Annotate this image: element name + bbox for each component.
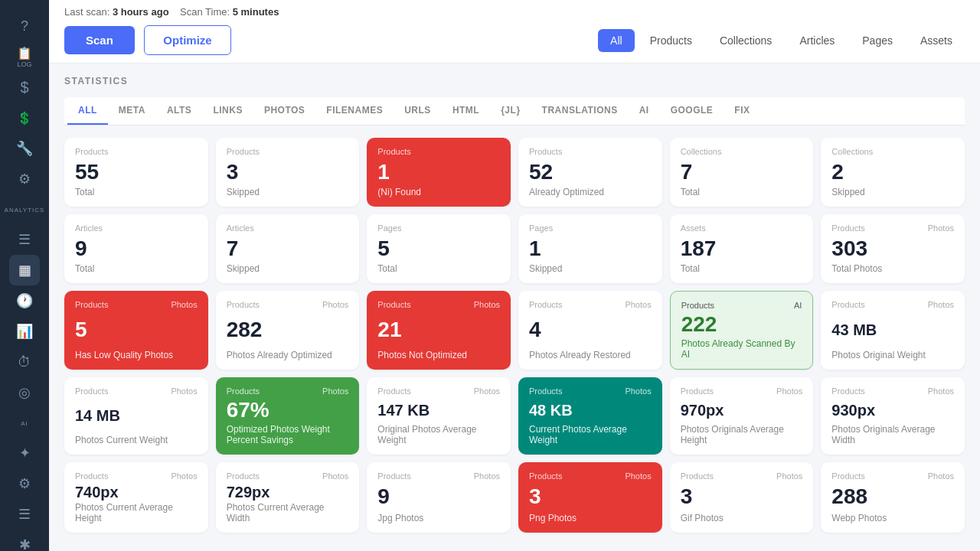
help-icon[interactable]: ? xyxy=(9,11,40,41)
stat-current-avg-weight: ProductsPhotos 48 KB Current Photos Aver… xyxy=(518,377,662,455)
stat-assets-total: Assets 187 Total xyxy=(670,214,814,283)
filter-tab-assets[interactable]: Assets xyxy=(908,29,965,52)
scan-info: Last scan: 3 hours ago Scan Time: 5 minu… xyxy=(64,6,965,18)
stat-collections-total: Collections 7 Total xyxy=(670,138,814,207)
sub-tab-photos[interactable]: PHOTOS xyxy=(253,97,315,125)
stats-content: STATISTICS ALL META ALTS LINKS PHOTOS FI… xyxy=(49,64,980,551)
stat-photos-already-restored: ProductsPhotos 4 Photos Already Restored xyxy=(518,291,662,370)
bar-chart-icon[interactable]: 📊 xyxy=(9,316,40,347)
stat-photos-scanned-ai: ProductsAI 222 Photos Already Scanned By… xyxy=(670,291,814,370)
gear-icon[interactable]: ⚙ xyxy=(9,164,40,194)
filter-tab-articles[interactable]: Articles xyxy=(787,29,847,52)
action-buttons: Scan Optimize xyxy=(64,25,231,55)
top-bar: Last scan: 3 hours ago Scan Time: 5 minu… xyxy=(49,0,980,64)
stats-row-4: ProductsPhotos 14 MB Photos Current Weig… xyxy=(64,377,965,455)
sub-tabs: ALL META ALTS LINKS PHOTOS FILENAMES URL… xyxy=(64,97,965,126)
stat-original-avg-weight: ProductsPhotos 147 KB Original Photos Av… xyxy=(367,377,511,455)
stat-photos-not-optimized: ProductsPhotos 21 Photos Not Optimized xyxy=(367,291,511,370)
filter-tab-pages[interactable]: Pages xyxy=(850,29,905,52)
sub-tab-filenames[interactable]: FILENAMES xyxy=(315,97,394,125)
sub-tab-alts[interactable]: ALTS xyxy=(156,97,202,125)
scan-time-label: Scan Time: xyxy=(180,6,230,18)
stats-row-2: Articles 9 Total Articles 7 Skipped Page… xyxy=(64,214,965,283)
stat-photos-current-weight: ProductsPhotos 14 MB Photos Current Weig… xyxy=(64,377,208,455)
stat-low-quality-photos: ProductsPhotos 5 Has Low Quality Photos xyxy=(64,291,208,370)
optimize-button[interactable]: Optimize xyxy=(144,25,230,55)
wrench-icon[interactable]: 🔧 xyxy=(9,133,40,164)
toolbar: Scan Optimize All Products Collections A… xyxy=(64,25,965,63)
analytics-label: ANALYTICS xyxy=(5,207,45,214)
stat-pages-skipped: Pages 1 Skipped xyxy=(518,214,662,283)
sidebar: ? 📋 LOG $ 💲 🔧 ⚙ ANALYTICS ☰ ▦ 🕐 📊 ⏱ ◎ AI… xyxy=(0,0,49,551)
stat-products-total-photos: ProductsPhotos 303 Total Photos xyxy=(821,214,965,283)
stat-products-ni-found: Products 1 (Ni) Found xyxy=(367,138,511,207)
stat-collections-skipped: Collections 2 Skipped xyxy=(821,138,965,207)
sub-tab-fix[interactable]: FIX xyxy=(724,97,760,125)
main-content: Last scan: 3 hours ago Scan Time: 5 minu… xyxy=(49,0,980,551)
timer-icon[interactable]: ⏱ xyxy=(9,347,40,377)
stat-articles-skipped: Articles 7 Skipped xyxy=(216,214,360,283)
stat-photos-original-weight: ProductsPhotos 43 MB Photos Original Wei… xyxy=(821,291,965,370)
stats-row-1: Products 55 Total Products 3 Skipped Pro… xyxy=(64,138,965,207)
ai-list-icon[interactable]: ☰ xyxy=(9,499,40,530)
ai-sparkle-icon[interactable]: ✦ xyxy=(9,438,40,468)
stat-gif-photos: ProductsPhotos 3 Gif Photos xyxy=(670,462,814,533)
last-scan-value: 3 hours ago xyxy=(113,6,169,18)
scan-button[interactable]: Scan xyxy=(64,26,135,54)
stats-row-5: ProductsPhotos 740px Photos Current Aver… xyxy=(64,462,965,533)
filter-tab-collections[interactable]: Collections xyxy=(707,29,784,52)
dollar-icon[interactable]: $ xyxy=(9,72,40,103)
sub-tab-ai[interactable]: AI xyxy=(629,97,660,125)
target-icon[interactable]: ◎ xyxy=(9,377,40,408)
stat-png-photos: ProductsPhotos 3 Png Photos xyxy=(518,462,662,533)
sub-tab-urls[interactable]: URLS xyxy=(394,97,442,125)
stat-articles-total: Articles 9 Total xyxy=(64,214,208,283)
sub-tab-html[interactable]: HTML xyxy=(442,97,490,125)
clock-icon[interactable]: 🕐 xyxy=(9,285,40,316)
stat-webp-photos: ProductsPhotos 288 Webp Photos xyxy=(821,462,965,533)
stat-products-total: Products 55 Total xyxy=(64,138,208,207)
scan-time-value: 5 minutes xyxy=(233,6,279,18)
stats-row-3: ProductsPhotos 5 Has Low Quality Photos … xyxy=(64,291,965,370)
sub-tab-all[interactable]: ALL xyxy=(67,97,108,125)
stat-current-avg-width: ProductsPhotos 729px Photos Current Aver… xyxy=(216,462,360,533)
ai-star-icon[interactable]: ✱ xyxy=(9,530,40,551)
sub-tab-links[interactable]: LINKS xyxy=(202,97,253,125)
sub-tab-google[interactable]: GOOGLE xyxy=(660,97,724,125)
list-icon[interactable]: ☰ xyxy=(9,224,40,255)
stat-jpg-photos: ProductsPhotos 9 Jpg Photos xyxy=(367,462,511,533)
stat-originals-avg-width: ProductsPhotos 930px Photos Originals Av… xyxy=(821,377,965,455)
filter-tab-products[interactable]: Products xyxy=(638,29,704,52)
filter-tabs: All Products Collections Articles Pages … xyxy=(598,29,965,52)
log-icon[interactable]: 📋 LOG xyxy=(9,41,40,72)
filter-tab-all[interactable]: All xyxy=(598,29,635,52)
sub-tab-translations[interactable]: TRANSLATIONS xyxy=(531,97,629,125)
ai-settings-icon[interactable]: ⚙ xyxy=(9,468,40,499)
stat-originals-avg-height: ProductsPhotos 970px Photos Originals Av… xyxy=(670,377,814,455)
circle-dollar-icon[interactable]: 💲 xyxy=(9,103,40,133)
section-title: STATISTICS xyxy=(64,76,965,86)
stat-photos-savings-percent: ProductsPhotos 67% Optimized Photos Weig… xyxy=(216,377,360,455)
sub-tab-meta[interactable]: META xyxy=(108,97,156,125)
stat-products-skipped: Products 3 Skipped xyxy=(216,138,360,207)
stat-photos-already-optimized: ProductsPhotos 282 Photos Already Optimi… xyxy=(216,291,360,370)
sub-tab-jl[interactable]: {JL} xyxy=(490,97,531,125)
last-scan-label: Last scan: xyxy=(64,6,109,18)
stat-current-avg-height: ProductsPhotos 740px Photos Current Aver… xyxy=(64,462,208,533)
grid-icon[interactable]: ▦ xyxy=(9,255,40,285)
stat-products-already-optimized: Products 52 Already Optimized xyxy=(518,138,662,207)
ai-label: AI xyxy=(21,420,28,427)
stat-pages-total: Pages 5 Total xyxy=(367,214,511,283)
